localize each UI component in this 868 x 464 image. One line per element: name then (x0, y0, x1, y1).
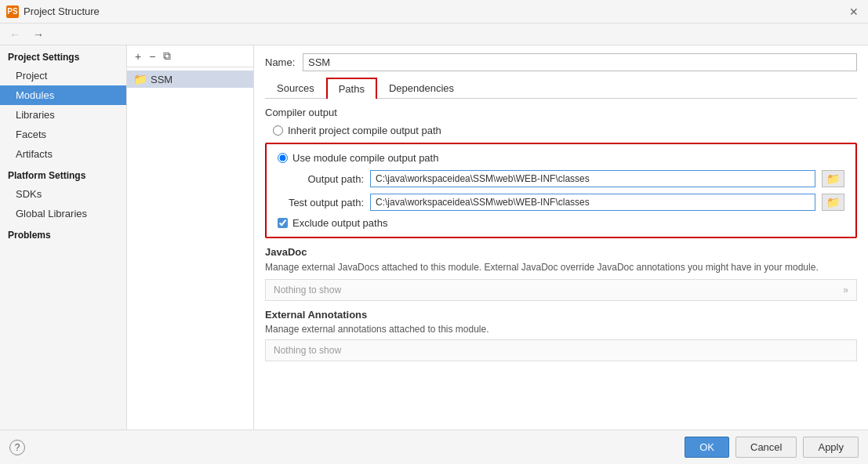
right-panel: Name: Sources Paths Dependencies (254, 45, 868, 430)
tab-sources[interactable]: Sources (265, 78, 326, 99)
ext-annotations-title: External Annotations (265, 309, 857, 321)
ext-annotations-nothing-label: Nothing to show (274, 345, 341, 356)
compiler-output-title: Compiler output (265, 107, 857, 118)
dialog-title: Project Structure (24, 5, 100, 17)
test-output-path-label: Test output path: (278, 197, 364, 208)
test-output-path-input[interactable] (370, 194, 815, 211)
use-module-radio[interactable] (278, 153, 288, 163)
output-path-input[interactable] (370, 170, 815, 187)
ext-annotations-desc: Manage external annotations attached to … (265, 324, 857, 335)
sidebar-item-project[interactable]: Project (0, 66, 126, 85)
sidebar-item-facets[interactable]: Facets (0, 125, 126, 144)
javadoc-nothing-box: Nothing to show » (265, 279, 857, 301)
add-module-button[interactable]: + (132, 49, 144, 64)
bottom-left: ? (9, 440, 25, 455)
javadoc-title: JavaDoc (265, 246, 857, 258)
output-path-row: Output path: 📁 (278, 170, 844, 187)
compiler-box: Use module compile output path Output pa… (265, 143, 857, 238)
javadoc-nothing-label: Nothing to show (274, 285, 341, 295)
inherit-radio-label: Inherit project compile output path (288, 125, 441, 136)
tab-paths[interactable]: Paths (326, 78, 377, 99)
exclude-checkbox-label: Exclude output paths (292, 217, 387, 229)
left-panel: + − ⧉ 📁 SSM (127, 45, 254, 430)
module-item-ssm[interactable]: 📁 SSM (127, 71, 253, 88)
nav-bar: ← → (0, 24, 868, 45)
copy-module-button[interactable]: ⧉ (160, 48, 174, 64)
test-output-path-browse-button[interactable]: 📁 (822, 194, 844, 211)
close-button[interactable]: ✕ (846, 4, 862, 20)
help-button[interactable]: ? (9, 440, 25, 455)
platform-settings-label: Platform Settings (0, 164, 126, 184)
bottom-right: OK Cancel Apply (685, 437, 859, 458)
main-content-row: + − ⧉ 📁 SSM Name: (127, 45, 868, 430)
name-input[interactable] (303, 53, 857, 71)
module-list: 📁 SSM (127, 67, 253, 91)
back-button[interactable]: ← (6, 27, 24, 42)
forward-button[interactable]: → (30, 27, 47, 42)
javadoc-desc: Manage external JavaDocs attached to thi… (265, 261, 857, 274)
use-module-radio-label: Use module compile output path (292, 152, 438, 164)
remove-module-button[interactable]: − (146, 49, 158, 64)
apply-button[interactable]: Apply (803, 437, 859, 458)
sidebar-item-sdks[interactable]: SDKs (0, 184, 126, 204)
main-layout: Project Settings Project Modules Librari… (0, 45, 868, 430)
inherit-radio[interactable] (273, 125, 283, 136)
exclude-checkbox-row: Exclude output paths (278, 217, 844, 229)
cancel-button[interactable]: Cancel (735, 437, 797, 458)
problems-label: Problems (0, 223, 126, 244)
title-bar: PS Project Structure ✕ (0, 0, 868, 24)
name-row: Name: (265, 53, 857, 71)
tab-dependencies[interactable]: Dependencies (377, 78, 466, 99)
app-icon: PS (6, 5, 19, 18)
module-toolbar: + − ⧉ (127, 45, 253, 67)
module-name: SSM (151, 74, 173, 85)
external-annotations-section: External Annotations Manage external ann… (265, 309, 857, 361)
sidebar-item-artifacts[interactable]: Artifacts (0, 144, 126, 164)
ext-annotations-nothing-box: Nothing to show (265, 339, 857, 361)
sidebar-item-libraries[interactable]: Libraries (0, 105, 126, 125)
exclude-checkbox[interactable] (278, 218, 288, 228)
sidebar: Project Settings Project Modules Librari… (0, 45, 127, 430)
name-label: Name: (265, 56, 296, 68)
output-path-browse-button[interactable]: 📁 (822, 170, 844, 187)
use-module-radio-row: Use module compile output path (278, 152, 844, 164)
sidebar-item-modules[interactable]: Modules (0, 85, 126, 105)
ok-button[interactable]: OK (685, 437, 729, 458)
javadoc-section: JavaDoc Manage external JavaDocs attache… (265, 246, 857, 301)
inherit-radio-row: Inherit project compile output path (273, 125, 857, 136)
sidebar-item-global-libraries[interactable]: Global Libraries (0, 204, 126, 223)
test-output-path-row: Test output path: 📁 (278, 194, 844, 211)
tabs-bar: Sources Paths Dependencies (265, 78, 857, 99)
project-settings-label: Project Settings (0, 45, 126, 66)
folder-icon: 📁 (133, 73, 147, 85)
content-area: + − ⧉ 📁 SSM Name: (127, 45, 868, 430)
output-path-label: Output path: (278, 173, 364, 185)
bottom-bar: ? OK Cancel Apply (0, 430, 868, 464)
javadoc-expand-icon[interactable]: » (843, 285, 848, 295)
